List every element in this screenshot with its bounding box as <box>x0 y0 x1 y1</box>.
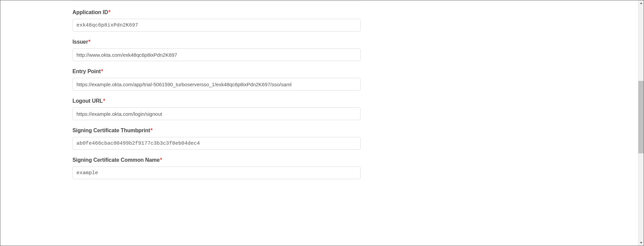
input-issuer[interactable] <box>72 48 361 61</box>
scroll-up-button[interactable] <box>638 0 644 6</box>
input-signing-cert-common-name[interactable] <box>72 166 361 179</box>
label-text-application-id: Application ID <box>72 9 108 15</box>
input-logout-url[interactable] <box>72 107 361 120</box>
label-text-signing-cert-common-name: Signing Certificate Common Name <box>72 157 160 163</box>
required-marker: * <box>89 39 91 45</box>
scroll-track[interactable] <box>638 6 644 240</box>
required-marker: * <box>103 98 105 104</box>
label-text-logout-url: Logout URL <box>72 98 103 104</box>
label-application-id: Application ID* <box>72 9 361 15</box>
label-signing-cert-common-name: Signing Certificate Common Name* <box>72 157 361 163</box>
viewport: Application ID* Issuer* Entry Point* <box>0 0 644 246</box>
required-marker: * <box>160 157 162 163</box>
field-application-id: Application ID* <box>72 9 361 32</box>
field-entry-point: Entry Point* <box>72 68 361 91</box>
label-issuer: Issuer* <box>72 39 361 45</box>
scroll-thumb[interactable] <box>638 81 644 153</box>
label-text-issuer: Issuer <box>72 39 88 45</box>
label-text-signing-cert-thumbprint: Signing Certificate Thumbprint <box>72 128 150 133</box>
chevron-down-icon <box>640 241 643 244</box>
chevron-up-icon <box>640 2 643 5</box>
input-signing-cert-thumbprint[interactable] <box>72 137 361 150</box>
label-signing-cert-thumbprint: Signing Certificate Thumbprint* <box>72 128 361 134</box>
vertical-scrollbar[interactable] <box>638 0 644 246</box>
field-signing-cert-common-name: Signing Certificate Common Name* <box>72 157 361 179</box>
form-content-area: Application ID* Issuer* Entry Point* <box>0 0 638 246</box>
required-marker: * <box>151 128 153 133</box>
field-signing-cert-thumbprint: Signing Certificate Thumbprint* <box>72 128 361 150</box>
input-entry-point[interactable] <box>72 78 361 91</box>
input-application-id[interactable] <box>72 19 361 32</box>
field-logout-url: Logout URL* <box>72 98 361 120</box>
label-entry-point: Entry Point* <box>72 68 361 75</box>
label-text-entry-point: Entry Point <box>72 68 101 74</box>
label-logout-url: Logout URL* <box>72 98 361 104</box>
section-divider <box>72 1 361 1</box>
scroll-down-button[interactable] <box>638 240 644 246</box>
form-column: Application ID* Issuer* Entry Point* <box>0 0 361 179</box>
field-issuer: Issuer* <box>72 39 361 61</box>
required-marker: * <box>101 68 103 74</box>
required-marker: * <box>108 9 110 15</box>
